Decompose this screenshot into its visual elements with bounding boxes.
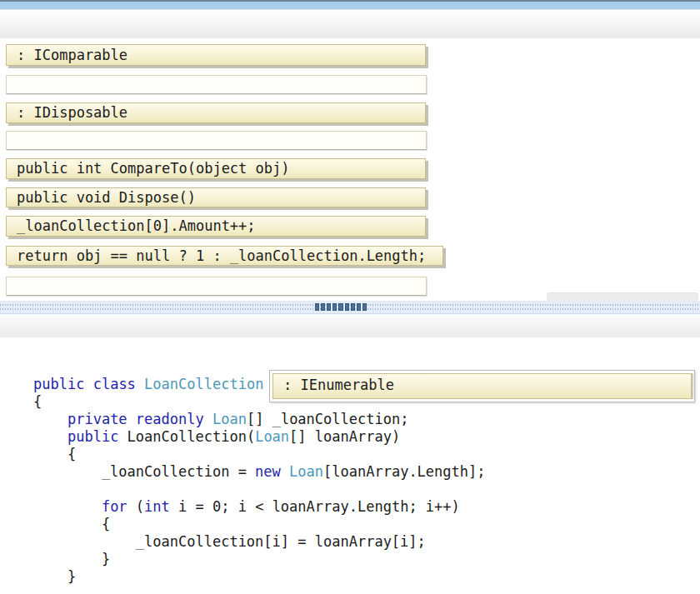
code-keyword: private xyxy=(68,411,128,427)
code-snippet-draggable[interactable]: return obj == null ? 1 : _loanCollection… xyxy=(6,246,443,266)
code-type-name: Loan xyxy=(255,428,289,445)
code-text: [] loanArray) xyxy=(289,428,400,445)
code-line: } xyxy=(33,551,486,568)
grip-dot xyxy=(345,303,349,311)
class-interface-drop-slot[interactable]: : IEnumerable xyxy=(269,370,695,402)
code-text xyxy=(128,411,136,427)
code-text: [loanArray.Length]; xyxy=(323,463,485,480)
code-text: } xyxy=(33,568,76,585)
code-snippet-draggable[interactable]: : IDisposable xyxy=(6,102,426,123)
empty-drop-slot[interactable] xyxy=(6,75,427,94)
code-keyword: class xyxy=(93,376,136,392)
code-text: _loanCollection[i] = loanArray[i]; xyxy=(33,533,426,550)
grip-dot xyxy=(351,303,355,311)
splitter-bar[interactable] xyxy=(0,301,700,314)
code-text: } xyxy=(33,551,110,567)
grip-dot xyxy=(321,303,325,311)
grip-dot xyxy=(362,303,367,311)
code-text: { xyxy=(33,393,42,410)
code-type-name: LoanCollection xyxy=(144,376,263,392)
code-type-name: Loan xyxy=(289,463,323,480)
header-gradient-band xyxy=(0,10,700,38)
code-keyword: new xyxy=(255,463,281,480)
code-keyword: for xyxy=(102,498,128,515)
code-snippet-draggable[interactable]: public int CompareTo(object obj) xyxy=(6,158,426,179)
panel-scroll-edge xyxy=(547,292,698,301)
code-line: { xyxy=(33,516,486,533)
code-keyword: public xyxy=(68,428,118,445)
code-line: _loanCollection = new Loan[loanArray.Len… xyxy=(33,463,486,481)
code-line: { xyxy=(33,446,486,463)
code-text xyxy=(33,411,68,427)
drag-drop-code-exercise: { "colors": { "header_blue": "#a9cdec", … xyxy=(0,0,700,594)
splitter-grip[interactable] xyxy=(315,303,367,311)
code-text: _loanCollection = xyxy=(33,463,255,480)
code-snippet-draggable[interactable]: : IEnumerable xyxy=(272,373,692,399)
code-line: _loanCollection[i] = loanArray[i]; xyxy=(33,533,486,551)
code-text xyxy=(84,376,92,392)
code-text: LoanCollection( xyxy=(118,428,255,445)
code-text: { xyxy=(33,446,76,462)
code-type-name: Loan xyxy=(212,411,247,427)
header-blue-bar xyxy=(0,2,700,10)
code-text: { xyxy=(33,516,110,532)
code-text: ( xyxy=(128,498,144,515)
code-text: i = 0; i < loanArray.Length; i++) xyxy=(170,498,460,515)
code-text xyxy=(33,498,102,515)
code-snippet-draggable[interactable]: _loanCollection[0].Amount++; xyxy=(6,216,426,237)
code-line: } xyxy=(33,568,486,586)
code-line: for (int i = 0; i < loanArray.Length; i+… xyxy=(33,498,486,516)
grip-dot xyxy=(327,303,331,311)
code-line xyxy=(33,481,486,498)
empty-drop-slot[interactable] xyxy=(6,131,427,150)
empty-drop-slot[interactable] xyxy=(6,277,427,296)
code-text xyxy=(204,411,212,427)
grip-dot xyxy=(332,303,337,311)
code-editor-panel: public class LoanCollection{ private rea… xyxy=(33,376,486,586)
code-text xyxy=(281,463,289,480)
code-keyword: readonly xyxy=(136,411,204,427)
code-snippet-draggable[interactable]: public void Dispose() xyxy=(6,187,426,207)
code-line: private readonly Loan[] _loanCollection; xyxy=(33,411,486,428)
code-panel-gradient-band xyxy=(0,314,700,337)
code-snippet-draggable[interactable]: : IComparable xyxy=(6,44,426,66)
code-text xyxy=(33,428,68,445)
code-keyword: public xyxy=(33,376,84,392)
grip-dot xyxy=(338,303,342,311)
grip-dot xyxy=(357,303,361,311)
code-line: public LoanCollection(Loan[] loanArray) xyxy=(33,428,486,446)
code-text xyxy=(136,376,144,392)
grip-dot xyxy=(315,303,319,311)
code-text: [] _loanCollection; xyxy=(247,411,408,427)
code-keyword: int xyxy=(144,498,170,515)
